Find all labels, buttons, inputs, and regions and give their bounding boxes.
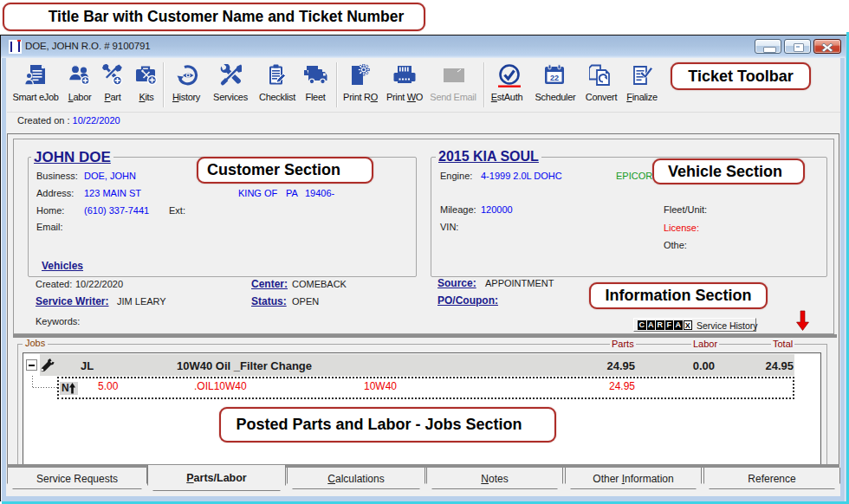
svg-text:22: 22 <box>550 74 559 82</box>
